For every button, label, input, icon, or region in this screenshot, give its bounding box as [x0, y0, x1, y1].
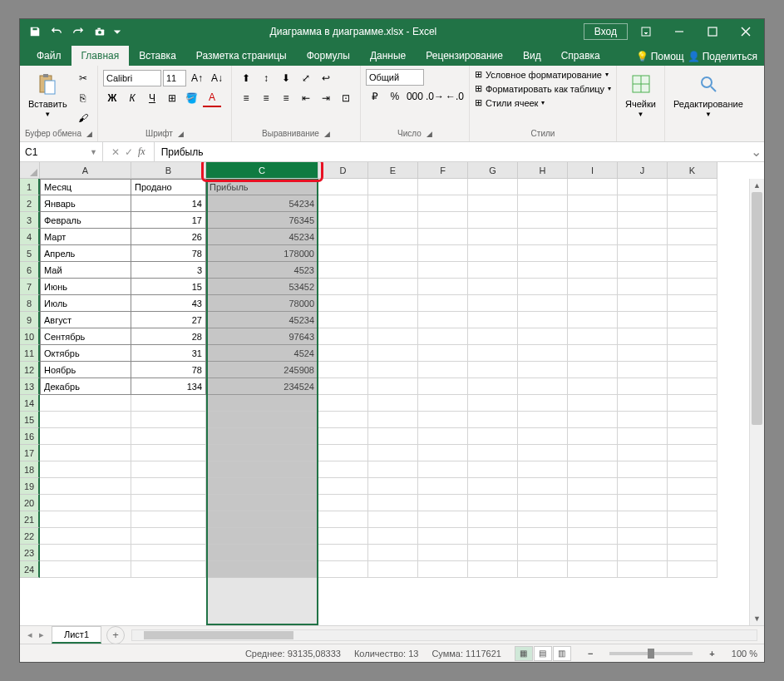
- cell[interactable]: [318, 395, 368, 412]
- cell[interactable]: [518, 295, 568, 312]
- cell[interactable]: Сентябрь: [40, 328, 131, 345]
- cell[interactable]: [568, 445, 618, 461]
- cell[interactable]: [418, 428, 468, 445]
- cell[interactable]: [468, 212, 518, 229]
- cell[interactable]: [206, 445, 318, 461]
- cell[interactable]: [318, 312, 368, 328]
- cell[interactable]: [318, 495, 368, 511]
- row-header[interactable]: 6: [20, 262, 40, 279]
- cell[interactable]: [368, 561, 418, 578]
- scroll-up-icon[interactable]: ▲: [750, 179, 764, 192]
- row-header[interactable]: 2: [20, 195, 40, 212]
- cell[interactable]: Февраль: [40, 212, 131, 229]
- cell[interactable]: [206, 395, 318, 412]
- col-header-b[interactable]: B: [131, 162, 206, 179]
- cell[interactable]: [131, 445, 206, 461]
- cell[interactable]: [618, 328, 668, 345]
- cell[interactable]: [368, 245, 418, 262]
- cell[interactable]: [131, 495, 206, 511]
- cell[interactable]: [668, 328, 717, 345]
- cell[interactable]: [131, 561, 206, 578]
- cell[interactable]: Апрель: [40, 245, 131, 262]
- cell[interactable]: [668, 495, 717, 511]
- minimize-icon[interactable]: [664, 19, 694, 44]
- currency-icon[interactable]: ₽: [366, 87, 384, 106]
- view-page-layout-icon[interactable]: ▤: [534, 646, 552, 661]
- sheet-tab[interactable]: Лист1: [52, 626, 101, 644]
- cell[interactable]: [568, 412, 618, 428]
- cell[interactable]: 134: [131, 378, 206, 395]
- cell[interactable]: [318, 478, 368, 495]
- cell[interactable]: [618, 511, 668, 528]
- horizontal-scrollbar[interactable]: [131, 629, 757, 641]
- cell[interactable]: [131, 428, 206, 445]
- cell[interactable]: [568, 545, 618, 561]
- col-header-i[interactable]: I: [568, 162, 618, 179]
- cell[interactable]: [418, 478, 468, 495]
- zoom-in-button[interactable]: +: [706, 649, 717, 659]
- row-header[interactable]: 9: [20, 312, 40, 328]
- percent-icon[interactable]: %: [386, 87, 404, 106]
- cell[interactable]: 15: [131, 279, 206, 295]
- cell[interactable]: [418, 545, 468, 561]
- cell[interactable]: [318, 461, 368, 478]
- cell[interactable]: [568, 495, 618, 511]
- cell[interactable]: [468, 229, 518, 245]
- add-sheet-icon[interactable]: +: [106, 626, 125, 644]
- cell[interactable]: [418, 412, 468, 428]
- cell[interactable]: [468, 495, 518, 511]
- zoom-out-button[interactable]: −: [584, 649, 596, 659]
- increase-indent-icon[interactable]: ⇥: [317, 89, 335, 107]
- italic-button[interactable]: К: [123, 89, 141, 107]
- cell[interactable]: [206, 461, 318, 478]
- cell[interactable]: [618, 412, 668, 428]
- row-header[interactable]: 15: [20, 412, 40, 428]
- name-box[interactable]: C1 ▼: [20, 142, 103, 161]
- cell[interactable]: [668, 195, 717, 212]
- decrease-font-icon[interactable]: A↓: [208, 69, 226, 87]
- cell[interactable]: [206, 528, 318, 545]
- cell[interactable]: [468, 279, 518, 295]
- cell[interactable]: [518, 495, 568, 511]
- cell[interactable]: [568, 328, 618, 345]
- cell[interactable]: [668, 412, 717, 428]
- cell[interactable]: [318, 279, 368, 295]
- cell[interactable]: [368, 328, 418, 345]
- cell[interactable]: [668, 378, 717, 395]
- cell[interactable]: 245908: [206, 362, 318, 378]
- cell[interactable]: 76345: [206, 212, 318, 229]
- formula-input[interactable]: Прибыль: [155, 142, 747, 161]
- cell[interactable]: 27: [131, 312, 206, 328]
- cell[interactable]: [668, 461, 717, 478]
- cell[interactable]: Октябрь: [40, 345, 131, 362]
- cell[interactable]: [468, 328, 518, 345]
- copy-icon[interactable]: ⎘: [74, 89, 92, 107]
- cell[interactable]: [131, 528, 206, 545]
- decrease-indent-icon[interactable]: ⇤: [297, 89, 315, 107]
- cell[interactable]: [418, 395, 468, 412]
- cell[interactable]: [568, 262, 618, 279]
- bold-button[interactable]: Ж: [103, 89, 121, 107]
- share-button[interactable]: 👤Поделиться: [688, 51, 757, 62]
- cell[interactable]: Ноябрь: [40, 362, 131, 378]
- cell[interactable]: [618, 262, 668, 279]
- cell[interactable]: [468, 179, 518, 195]
- conditional-formatting-button[interactable]: ⊞Условное форматирование▾: [475, 69, 611, 80]
- cell[interactable]: Июнь: [40, 279, 131, 295]
- row-header[interactable]: 1: [20, 179, 40, 195]
- cell[interactable]: [206, 511, 318, 528]
- cell[interactable]: [40, 545, 131, 561]
- row-header[interactable]: 12: [20, 362, 40, 378]
- row-header[interactable]: 23: [20, 545, 40, 561]
- merge-icon[interactable]: ⊡: [337, 89, 355, 107]
- cell[interactable]: [368, 545, 418, 561]
- align-middle-icon[interactable]: ↕: [257, 69, 275, 87]
- row-header[interactable]: 18: [20, 461, 40, 478]
- cell[interactable]: [468, 445, 518, 461]
- cell[interactable]: [618, 378, 668, 395]
- cell[interactable]: [468, 511, 518, 528]
- cell[interactable]: [518, 362, 568, 378]
- cell[interactable]: 17: [131, 212, 206, 229]
- cell[interactable]: [418, 362, 468, 378]
- cell[interactable]: [368, 295, 418, 312]
